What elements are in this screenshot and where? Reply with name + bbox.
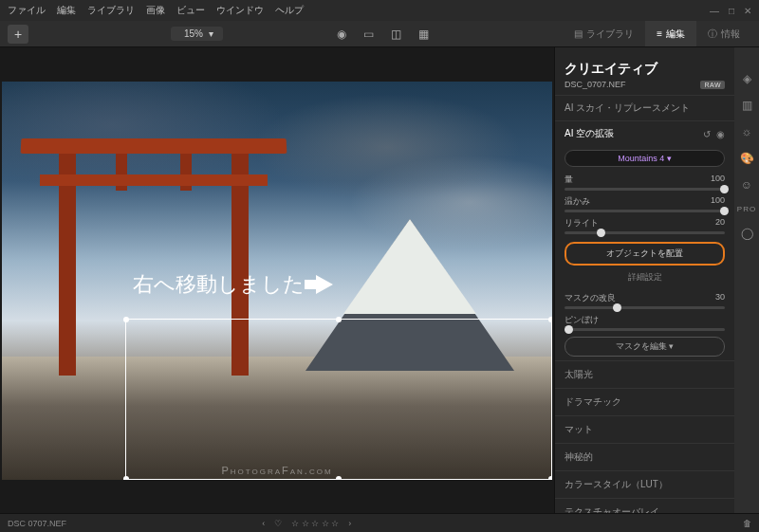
selection-handle[interactable] [548,476,552,480]
compare-icon[interactable]: ▭ [363,28,374,41]
tab-info[interactable]: ⓘ 情報 [696,21,751,46]
sliders-icon: ≡ [657,28,662,39]
menu-window[interactable]: ウインドウ [216,4,264,17]
watermark: PhotograFan.com [221,465,332,476]
eye-icon[interactable]: ◉ [337,28,346,41]
split-icon[interactable]: ◫ [391,28,401,41]
selection-handle[interactable] [548,317,552,322]
preset-dramatic[interactable]: ドラマチック [555,388,734,415]
slider-value: 20 [715,217,725,229]
selection-handle[interactable] [123,317,129,322]
slider-thumb[interactable] [597,229,605,237]
detail-settings-link[interactable]: 詳細設定 [555,269,734,289]
section-ai-sky-replace[interactable]: AI スカイ・リプレースメント [555,95,734,120]
tab-edit[interactable]: ≡ 編集 [645,21,696,46]
menu-file[interactable]: ファイル [8,4,46,17]
chevron-down-icon: ▾ [669,341,674,351]
slider-warmth: 温かみ100 [555,193,734,214]
selection-handle[interactable] [336,476,342,480]
slider-thumb[interactable] [565,325,573,334]
status-bar: DSC 0707.NEF ‹ ♡ ☆ ☆ ☆ ☆ ☆ › 🗑 [0,513,759,532]
adjust-icon[interactable]: ▥ [742,99,752,112]
preset-texture[interactable]: テクスチャオーバレイ [555,498,734,513]
slider-label: ピンぼけ [565,314,599,326]
grid-icon[interactable]: ▦ [418,28,429,41]
favorite-icon[interactable]: ♡ [274,519,282,528]
layers-icon[interactable]: ◈ [743,72,751,85]
slider-label: 量 [565,174,573,186]
trash-icon[interactable]: 🗑 [743,519,751,528]
top-toolbar: + 15% ▾ ◉ ▭ ◫ ▦ ▤ ライブラリ ≡ 編集 ⓘ 情報 [0,21,759,47]
canvas[interactable]: PhotograFan.com 右へ移動しました [0,47,554,513]
tab-library[interactable]: ▤ ライブラリ [563,21,645,46]
slider-thumb[interactable] [613,303,621,312]
menu-view[interactable]: ビュー [176,4,205,17]
arrow-right-icon [316,275,333,294]
rating-stars[interactable]: ☆ ☆ ☆ ☆ ☆ [291,519,339,528]
preset-lut[interactable]: カラースタイル（LUT） [555,470,734,498]
preset-matte[interactable]: マット [555,415,734,443]
slider-track[interactable] [565,188,725,191]
menu-image[interactable]: 画像 [146,4,165,17]
pro-label[interactable]: PRO [737,205,756,213]
section-ai-sky-expand[interactable]: AI 空の拡張 ↺ ◉ [555,120,734,146]
slider-label: 温かみ [565,195,590,208]
prev-icon[interactable]: ‹ [262,519,265,528]
preset-mystical[interactable]: 神秘的 [555,443,734,470]
slider-value: 30 [715,292,725,304]
sky-preset-dropdown[interactable]: Mountains 4 ▾ [565,150,725,167]
place-object-button[interactable]: オブジェクトを配置 [565,242,725,266]
right-sidebar: クリエイティブ DSC_0707.NEF RAW AI スカイ・リプレースメント… [554,47,759,513]
tool-strip: ◈ ▥ ☼ 🎨 ☺ PRO ◯ [734,47,759,513]
slider-label: マスクの改良 [565,292,616,304]
slider-thumb[interactable] [720,207,729,215]
reset-icon[interactable]: ↺ [703,129,711,139]
slider-track[interactable] [565,328,725,331]
slider-label: リライト [565,217,599,229]
menu-library[interactable]: ライブラリ [87,4,135,17]
tab-edit-label: 編集 [666,28,685,41]
sun-icon[interactable]: ☼ [742,125,752,138]
selection-box[interactable] [125,319,552,480]
slider-track[interactable] [565,231,725,234]
selection-handle[interactable] [336,317,342,322]
minimize-icon[interactable]: — [710,6,719,16]
chevron-down-icon: ▾ [667,154,672,163]
slider-track[interactable] [565,306,725,309]
section-label: AI 空の拡張 [565,127,614,140]
edit-mask-label: マスクを編集 [616,341,667,351]
slider-value: 100 [711,195,725,208]
edit-mask-button[interactable]: マスクを編集 ▾ [565,337,725,357]
slider-mask-improve: マスクの改良30 [555,289,734,311]
close-icon[interactable]: ✕ [744,6,751,16]
slider-relight: リライト20 [555,214,734,236]
ring-icon[interactable]: ◯ [741,227,753,240]
selection-handle[interactable] [123,476,129,480]
filename-row: DSC_0707.NEF RAW [555,80,734,95]
raw-badge: RAW [700,81,725,89]
palette-icon[interactable]: 🎨 [740,152,754,165]
tab-library-label: ライブラリ [586,28,634,41]
chevron-down-icon: ▾ [209,28,213,39]
edit-panel: クリエイティブ DSC_0707.NEF RAW AI スカイ・リプレースメント… [554,47,734,513]
preset-sunlight[interactable]: 太陽光 [555,360,734,388]
slider-blur: ピンぼけ [555,311,734,333]
add-button[interactable]: + [8,25,28,44]
window-controls: — □ ✕ [710,6,751,16]
visibility-icon[interactable]: ◉ [716,129,725,139]
slider-track[interactable] [565,210,725,212]
next-icon[interactable]: › [348,519,351,528]
maximize-icon[interactable]: □ [729,6,734,16]
overlay-text-label: 右へ移動しました [133,270,305,299]
status-icons: ‹ ♡ ☆ ☆ ☆ ☆ ☆ › [262,519,351,528]
slider-value: 100 [711,174,725,186]
main-area: PhotograFan.com 右へ移動しました クリエイティブ DSC_070… [0,47,759,513]
zoom-dropdown[interactable]: 15% ▾ [171,27,223,41]
slider-thumb[interactable] [720,185,729,193]
portrait-icon[interactable]: ☺ [741,178,752,192]
menu-edit[interactable]: 編集 [57,4,76,17]
status-filename: DSC 0707.NEF [8,519,66,528]
dropdown-value: Mountains 4 [618,154,664,163]
tab-info-label: 情報 [721,28,740,41]
menu-help[interactable]: ヘルプ [275,4,304,17]
